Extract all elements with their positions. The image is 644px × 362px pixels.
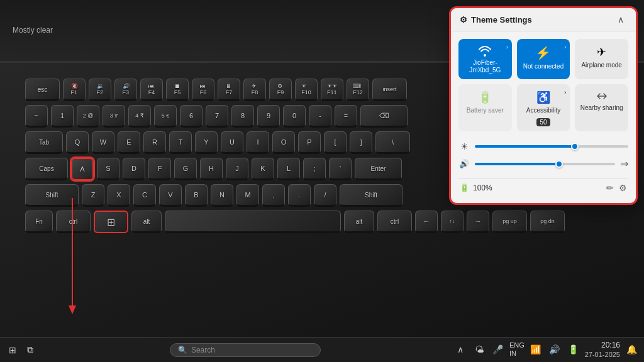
key-spacebar[interactable] [165,211,341,233]
battery-status-icon[interactable]: 🔋 [566,342,581,357]
volume-thumb[interactable] [555,160,563,168]
key-backslash[interactable]: \ [375,131,410,154]
key-0[interactable]: 0 [283,105,306,128]
nearby-sharing-tile[interactable]: Nearby sharing [575,84,628,131]
key-semicolon[interactable]: ; [303,158,326,180]
volume-track[interactable] [475,163,615,165]
key-alt-left[interactable]: alt [131,211,162,233]
key-f[interactable]: F [148,158,171,180]
key-f1[interactable]: 🔇F1 [63,79,86,101]
key-l[interactable]: L [277,158,300,180]
key-r[interactable]: R [143,131,166,154]
key-arrow-updown[interactable]: ↑↓ [441,211,464,233]
key-f9[interactable]: ⚙F9 [269,79,292,101]
key-d[interactable]: D [123,158,145,180]
key-j[interactable]: J [226,158,248,180]
wifi-status-icon[interactable]: 📶 [528,342,543,357]
key-enter[interactable]: Enter [355,158,402,180]
key-b[interactable]: B [185,184,208,207]
key-minus[interactable]: - [309,105,331,128]
key-fn[interactable]: Fn [25,211,53,233]
key-f2[interactable]: 🔉F2 [89,79,111,101]
key-y[interactable]: Y [195,131,218,154]
key-9[interactable]: 9 [257,105,280,128]
key-h[interactable]: H [200,158,223,180]
key-f5[interactable]: ⏹F5 [166,79,189,101]
key-f4[interactable]: ⏮F4 [140,79,163,101]
key-w[interactable]: W [92,131,114,154]
key-f7[interactable]: 🖥F7 [218,79,240,101]
brightness-track[interactable] [475,145,628,148]
mic-icon[interactable]: 🎤 [491,342,506,357]
chevron-up-icon[interactable]: ∧ [453,342,468,357]
key-o[interactable]: O [272,131,295,154]
key-windows[interactable]: ⊞ [94,211,128,233]
key-7[interactable]: 7 [206,105,228,128]
key-f12[interactable]: ⌨F12 [347,79,369,101]
key-shift-right[interactable]: Shift [340,184,402,207]
language-indicator[interactable]: ENGIN [509,341,525,358]
key-e[interactable]: E [118,131,140,154]
key-f10[interactable]: ☀F10 [295,79,318,101]
accessibility-tile[interactable]: › ♿ Accessibility 50 [517,84,570,131]
key-5[interactable]: 5 € [154,105,177,128]
key-ctrl-left[interactable]: ctrl [56,211,91,233]
key-arrow-right[interactable]: → [467,211,489,233]
key-m[interactable]: M [236,184,259,207]
key-a[interactable]: A [71,158,94,180]
key-k[interactable]: K [252,158,274,180]
time-block[interactable]: 20:16 27-01-2025 [585,341,620,359]
taskview-button[interactable]: ⧉ [23,343,38,358]
key-3[interactable]: 3 # [103,105,125,128]
key-1[interactable]: 1 [51,105,74,128]
brightness-thumb[interactable] [571,143,579,150]
key-v[interactable]: V [159,184,182,207]
close-button[interactable]: ∧ [614,13,627,26]
key-pgup[interactable]: pg up [492,211,527,233]
wifi-tile[interactable]: › JioFiber-JmXbd_5G [458,39,512,79]
key-f6[interactable]: ⏭F6 [192,79,214,101]
key-arrow-left[interactable]: ← [415,211,438,233]
key-tab[interactable]: Tab [25,131,63,154]
key-8[interactable]: 8 [231,105,254,128]
key-ctrl-right[interactable]: ctrl [377,211,412,233]
volume-action-icon[interactable]: ⇒ [620,158,628,170]
key-f11[interactable]: ☀☀F11 [321,79,343,101]
key-s[interactable]: S [97,158,119,180]
key-n[interactable]: N [211,184,233,207]
key-pgdn[interactable]: pg dn [530,211,565,233]
key-x[interactable]: X [108,184,130,207]
settings-icon[interactable]: ⚙ [619,183,627,193]
key-2[interactable]: 2 @ [77,105,99,128]
key-f3[interactable]: 🔊F3 [114,79,137,101]
edit-icon[interactable]: ✏ [606,183,614,193]
taskbar-search[interactable]: 🔍 Search [170,343,321,357]
key-u[interactable]: U [221,131,243,154]
key-4[interactable]: 4 ₹ [128,105,151,128]
bluetooth-tile[interactable]: › ⚡ Not connected [517,39,570,79]
battery-saver-tile[interactable]: 🔋 Battery saver [458,84,512,131]
key-equals[interactable]: = [335,105,357,128]
airplane-mode-tile[interactable]: ✈ Airplane mode [575,39,628,79]
key-tilde[interactable]: ~ [25,105,48,128]
key-rbracket[interactable]: ] [350,131,372,154]
key-lbracket[interactable]: [ [324,131,347,154]
key-q[interactable]: Q [66,131,89,154]
key-quote[interactable]: ' [329,158,352,180]
key-esc[interactable]: esc [25,79,60,101]
volume-status-icon[interactable]: 🔊 [547,342,562,357]
key-caps-lock[interactable]: Caps [25,158,68,180]
key-z[interactable]: Z [82,184,104,207]
key-shift-left[interactable]: Shift [25,184,79,207]
key-alt-right[interactable]: alt [344,211,374,233]
key-backspace[interactable]: ⌫ [360,105,408,128]
key-t[interactable]: T [169,131,192,154]
key-6[interactable]: 6 [180,105,203,128]
key-p[interactable]: P [298,131,321,154]
key-c[interactable]: C [133,184,156,207]
key-i[interactable]: I [247,131,269,154]
key-insert[interactable]: insert [372,79,407,101]
key-comma[interactable]: , [262,184,285,207]
notification-icon[interactable]: 🔔 [624,342,639,357]
key-g[interactable]: G [174,158,197,180]
